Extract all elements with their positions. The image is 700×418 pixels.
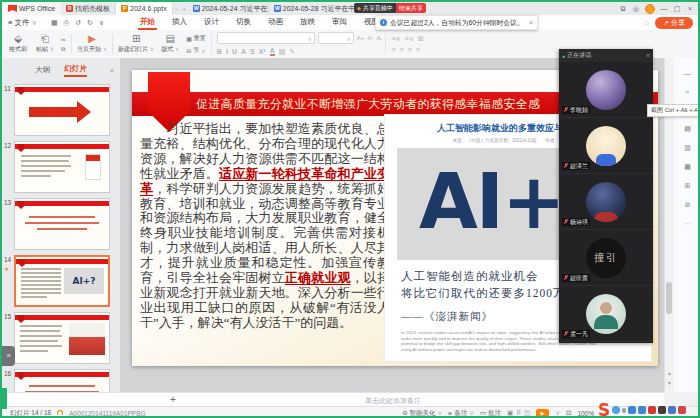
tab-add-small-icon[interactable]: + [180,6,188,12]
font-increase-icon[interactable]: A+ [357,35,365,41]
cut-button[interactable]: ✂ [61,36,66,43]
notes-bar[interactable]: + 单击此处添加备注 [2,392,664,407]
app-paw-icon[interactable] [658,406,666,414]
participant-tile-2[interactable]: 赵泽兰 [559,118,653,174]
collapse-meeting-icon[interactable]: « [646,52,650,59]
bold-button[interactable]: B [217,48,222,55]
copy-button[interactable]: ⧉ [61,46,66,53]
tab-docer[interactable]: D 找稻壳模板 [61,2,116,15]
stop-share-button[interactable]: 结束共享 [396,3,426,13]
align-justify-button[interactable]: ≡ [416,46,420,53]
slide-body-text[interactable]: 习近平指出，要加快塑造素质优良、总量充裕、结构优化、分布合理的现代化人力资源，解… [140,122,390,331]
thumbnail-13[interactable]: 13 [2,198,120,250]
comments-button[interactable]: ▭批注 [480,409,501,418]
minimize-button[interactable]: — [660,5,668,13]
align-center-button[interactable]: ≡ [399,46,403,53]
font-decrease-icon[interactable]: A- [367,35,373,41]
split-screen-icon[interactable]: ⧉ [619,5,627,13]
collapse-sidebar-icon[interactable]: — [684,70,691,77]
menu-review[interactable]: 审阅 [330,16,349,30]
menu-home[interactable]: 开始 [138,16,157,30]
participant-tile-3[interactable]: 杨诗琪 [559,174,653,230]
tab-doc1[interactable]: W 2024-05-24 习近平在山东… [188,2,269,15]
align-left-button[interactable]: ≡ [391,46,395,53]
help-icon[interactable]: ⊘ [685,201,691,209]
font-size-select[interactable]: ∨ [318,32,354,44]
menu-design[interactable]: 设计 [202,16,221,30]
participant-tile-1[interactable]: 李晓娟 [559,62,653,118]
superscript-button[interactable]: X² [259,48,266,55]
layout-button[interactable]: ▤ 版式 ∨ [159,34,181,54]
play-from-current-button[interactable]: ▶ 当页开始 ∨ [77,34,107,54]
strike-button[interactable]: S [250,48,255,55]
account-avatar[interactable] [645,4,655,14]
scroll-up-icon[interactable]: ▲ [665,370,674,376]
add-panel-icon[interactable]: ⊞ [685,182,691,190]
slideshow-play-button[interactable]: ▶ [536,409,549,418]
restore-button[interactable]: ▢ [673,5,681,13]
font-color-button[interactable]: A [270,47,275,56]
navigation-float-button[interactable]: ≡ [2,346,15,366]
file-menu[interactable]: ≡ 文件 ∨ [2,18,43,28]
toast-close-icon[interactable]: × [529,18,534,27]
bullet-list-button[interactable]: ≡∨ [391,35,400,43]
format-painter-button[interactable]: ⬙ 格式刷 [7,34,29,54]
beautify-button[interactable]: ⊖智能美化∨ [402,409,442,418]
tab-presentation[interactable]: P 2024.6.pptx [116,2,173,15]
new-slide-button[interactable]: ⊞ 新建幻灯片 ∨ [118,34,154,54]
add-slide-button[interactable]: + [170,394,176,406]
tab-session-icon[interactable]: ○ [173,6,181,12]
app-grid-icon[interactable] [668,406,676,414]
adjust-icon[interactable]: ≈ [686,88,690,95]
qat-arrow-icon[interactable]: ∨ [99,19,104,27]
thumbnail-12[interactable]: 12 [2,141,120,193]
sogou-input-icon[interactable]: S [598,401,610,418]
thumbnail-11[interactable]: 11 [2,84,120,136]
eye-protection-icon[interactable]: ⌂ [645,18,650,27]
ime-mode-icon[interactable] [612,406,620,414]
grid-icon[interactable]: ▦ [684,163,691,171]
scrollbar-thumb[interactable] [666,282,672,314]
align-right-button[interactable]: ≡ [408,46,412,53]
participant-tile-4[interactable]: 撞引 赵欣蕾 [559,230,653,286]
tab-slides[interactable]: 幻灯片 [64,64,87,77]
ime-symbol-icon[interactable] [622,408,626,413]
clear-format-icon[interactable]: A̶ [376,35,380,41]
fit-window-icon[interactable]: ⊡ [566,409,571,417]
indent-button[interactable]: ⊞ [418,35,424,43]
save-icon[interactable]: ▦ [51,19,58,27]
share-button[interactable]: ↗ 分享 [655,17,693,29]
underline-button[interactable]: U [232,48,237,55]
sorter-view-icon[interactable]: ⠿ [516,409,521,417]
print-icon[interactable]: ⎙ [64,19,70,27]
participant-tile-5[interactable]: 孟一凡 [559,286,653,342]
thumbnail-14-selected[interactable]: 14 ★ AI+? [2,255,120,307]
redo-icon[interactable]: ↻ [87,19,93,27]
ime-voice-icon[interactable] [628,406,636,414]
collapse-panel-icon[interactable]: < [110,67,114,74]
paste-button[interactable]: ⎗ 粘贴 ∨ [34,34,56,54]
text-effects-button[interactable]: ✎ [289,48,295,56]
menu-insert[interactable]: 插入 [170,16,189,30]
section-button[interactable]: ⊟ 节 ∨ [186,46,206,55]
ime-keyboard-icon[interactable] [638,406,646,414]
undo-icon[interactable]: ↺ [75,19,81,27]
tab-outline[interactable]: 大纲 [35,65,50,75]
scroll-down-icon[interactable]: ▼ [665,380,674,386]
more-icon[interactable]: ⋯ [684,220,691,228]
font-family-select[interactable]: ∨ [217,32,315,44]
zoom-level[interactable]: 100% [577,410,594,417]
menu-animation[interactable]: 动画 [266,16,285,30]
menu-slideshow[interactable]: 放映 [298,16,317,30]
play-options-icon[interactable]: ∨ [555,409,560,417]
gallery-icon[interactable]: ▥ [684,144,691,152]
notes-button[interactable]: ≡备注∨ [448,409,474,418]
menu-transition[interactable]: 切换 [234,16,253,30]
app-check-icon[interactable] [648,406,656,414]
close-button[interactable]: × [686,5,694,13]
shadow-button[interactable]: A [241,48,246,55]
properties-icon[interactable]: ▤ [684,125,691,133]
thumbnail-15[interactable]: 15 [2,312,120,364]
app-red-icon[interactable] [678,406,686,414]
number-list-button[interactable]: ≡∨ [405,35,414,43]
